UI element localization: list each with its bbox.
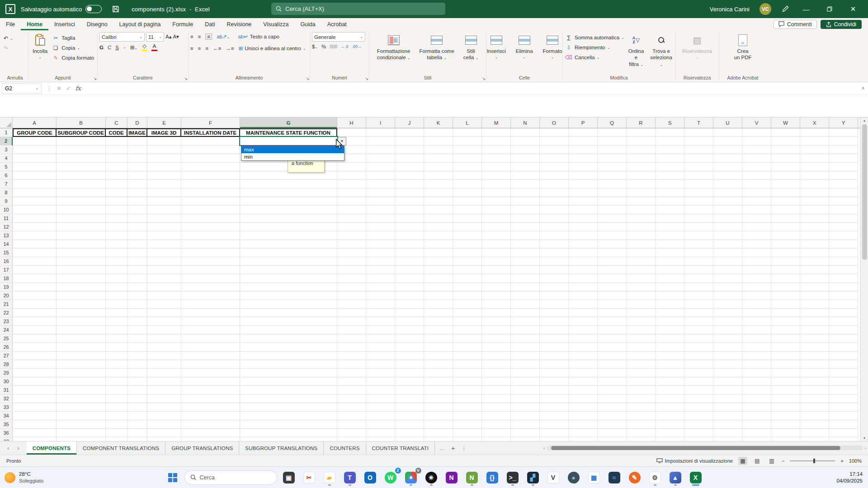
cell-D36[interactable] (127, 429, 147, 437)
cell-C14[interactable] (106, 240, 127, 249)
cell-V3[interactable] (742, 145, 771, 154)
cell-J21[interactable] (395, 300, 424, 309)
cell-T16[interactable] (684, 257, 713, 266)
cell-A31[interactable] (13, 386, 57, 394)
cell-C26[interactable] (106, 343, 127, 352)
cell-T28[interactable] (684, 360, 713, 369)
format-as-table-button[interactable]: Formatta cometabella ⌄ (417, 32, 456, 62)
cell-V29[interactable] (742, 369, 771, 377)
cell-F17[interactable] (181, 266, 240, 274)
cell-L33[interactable] (453, 403, 482, 412)
cell-B24[interactable] (57, 326, 106, 334)
cell-L22[interactable] (453, 309, 482, 317)
cell-H36[interactable] (337, 429, 366, 437)
cell-N9[interactable] (511, 197, 540, 206)
cell-U23[interactable] (713, 317, 742, 326)
cell-H13[interactable] (337, 231, 366, 240)
cell-W6[interactable] (771, 171, 800, 180)
cell-M37[interactable] (482, 437, 511, 441)
cell-M9[interactable] (482, 197, 511, 206)
cell-G25[interactable] (240, 334, 337, 343)
cell-R19[interactable] (627, 283, 656, 291)
cell-W29[interactable] (771, 369, 800, 377)
cell-K6[interactable] (424, 171, 453, 180)
horizontal-scrollbar[interactable] (547, 446, 863, 450)
cell-K14[interactable] (424, 240, 453, 249)
cell-O10[interactable] (540, 206, 569, 214)
cell-G30[interactable] (240, 377, 337, 386)
cell-K37[interactable] (424, 437, 453, 441)
row-header-32[interactable]: 32 (0, 394, 13, 403)
cell-H28[interactable] (337, 360, 366, 369)
cell-O32[interactable] (540, 394, 569, 403)
cell-E35[interactable] (147, 420, 181, 429)
cell-S32[interactable] (656, 394, 684, 403)
cell-N35[interactable] (511, 420, 540, 429)
cell-I30[interactable] (366, 377, 395, 386)
data-validation-dropdown-button[interactable]: ▼ (338, 137, 346, 145)
cell-N28[interactable] (511, 360, 540, 369)
cell-U24[interactable] (713, 326, 742, 334)
cell-Q6[interactable] (598, 171, 627, 180)
cell-X26[interactable] (800, 343, 829, 352)
cell-S34[interactable] (656, 412, 684, 420)
cell-U16[interactable] (713, 257, 742, 266)
cell-G19[interactable] (240, 283, 337, 291)
cell-P25[interactable] (569, 334, 598, 343)
align-top-button[interactable]: ≡ (190, 34, 193, 39)
cell-R36[interactable] (627, 429, 656, 437)
column-header-Y[interactable]: Y (829, 117, 858, 128)
cell-D27[interactable] (127, 352, 147, 360)
cell-X10[interactable] (800, 206, 829, 214)
cell-C33[interactable] (106, 403, 127, 412)
cell-A19[interactable] (13, 283, 57, 291)
cell-X2[interactable] (800, 137, 829, 145)
cell-T37[interactable] (684, 437, 713, 441)
cell-E2[interactable] (147, 137, 181, 145)
confirm-entry-icon[interactable]: ✓ (66, 85, 71, 92)
cell-N15[interactable] (511, 249, 540, 257)
cell-V8[interactable] (742, 188, 771, 197)
cell-D31[interactable] (127, 386, 147, 394)
cell-M16[interactable] (482, 257, 511, 266)
cell-D15[interactable] (127, 249, 147, 257)
chrome-icon[interactable]: V (402, 469, 420, 486)
cell-Y5[interactable] (829, 163, 858, 171)
autosum-button[interactable]: ∑Somma automatica⌄ (565, 33, 624, 42)
cell-D22[interactable] (127, 309, 147, 317)
cell-T5[interactable] (684, 163, 713, 171)
cell-Y31[interactable] (829, 386, 858, 394)
cell-X13[interactable] (800, 231, 829, 240)
cell-N36[interactable] (511, 429, 540, 437)
cell-T23[interactable] (684, 317, 713, 326)
cell-Q13[interactable] (598, 231, 627, 240)
cell-G7[interactable] (240, 180, 337, 188)
cell-V4[interactable] (742, 154, 771, 163)
cell-H29[interactable] (337, 369, 366, 377)
cell-M36[interactable] (482, 429, 511, 437)
cell-R27[interactable] (627, 352, 656, 360)
cell-W5[interactable] (771, 163, 800, 171)
cell-D25[interactable] (127, 334, 147, 343)
sheet-tab-group-translations[interactable]: GROUP TRANSLATIONS (165, 441, 239, 455)
cell-F33[interactable] (181, 403, 240, 412)
cell-W10[interactable] (771, 206, 800, 214)
cell-K1[interactable] (424, 128, 453, 137)
cell-D10[interactable] (127, 206, 147, 214)
cell-A7[interactable] (13, 180, 57, 188)
column-header-X[interactable]: X (800, 117, 829, 128)
cell-S15[interactable] (656, 249, 684, 257)
cell-I2[interactable] (366, 137, 395, 145)
cell-O20[interactable] (540, 291, 569, 300)
cell-U6[interactable] (713, 171, 742, 180)
cell-U35[interactable] (713, 420, 742, 429)
find-select-button[interactable]: Trova eseleziona ⌄ (648, 32, 675, 69)
cell-E3[interactable] (147, 145, 181, 154)
cell-I11[interactable] (366, 214, 395, 223)
cell-U21[interactable] (713, 300, 742, 309)
cell-E32[interactable] (147, 394, 181, 403)
cell-X8[interactable] (800, 188, 829, 197)
cell-N22[interactable] (511, 309, 540, 317)
cell-J22[interactable] (395, 309, 424, 317)
cell-L30[interactable] (453, 377, 482, 386)
